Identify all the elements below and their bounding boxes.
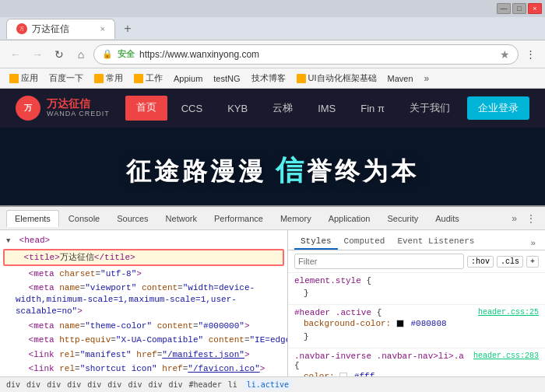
folder-icon <box>94 74 104 83</box>
breadcrumb-item[interactable]: div <box>169 380 183 389</box>
devtools-tab-sources[interactable]: Sources <box>109 211 156 226</box>
attr-name: http-equiv <box>59 335 111 345</box>
back-button[interactable]: ← <box>6 45 25 64</box>
bookmark-common[interactable]: 常用 <box>91 71 126 86</box>
attr-name: charset <box>59 269 95 278</box>
active-tab[interactable]: 万达征信 × <box>6 19 115 39</box>
cls-button[interactable]: .cls <box>497 256 523 268</box>
bookmark-ui-auto[interactable]: UI自动化框架基础 <box>294 71 380 86</box>
dom-line-meta-compat[interactable]: <meta http-equiv="X-UA-Compatible" conte… <box>0 333 287 348</box>
rule-source-link[interactable]: header.css:25 <box>478 308 539 317</box>
dom-line-title[interactable]: <title>万达征信</title> <box>3 249 284 267</box>
computed-tab[interactable]: Computed <box>338 234 392 250</box>
dom-line-head[interactable]: <head> <box>0 233 287 248</box>
folder-icon <box>134 74 143 83</box>
tab-label: 万达征信 <box>32 23 69 36</box>
tag-meta: <meta <box>29 335 54 345</box>
tag-end: > <box>244 321 250 331</box>
extensions-button[interactable]: ⋮ <box>522 46 539 63</box>
close-brace: } <box>304 289 309 298</box>
devtools-tab-elements[interactable]: Elements <box>6 210 59 227</box>
devtools-tab-security[interactable]: Security <box>379 211 426 226</box>
dom-line-link-icon[interactable]: <link rel="shortcut icon" href="/favicon… <box>0 362 287 376</box>
devtools-tab-memory[interactable]: Memory <box>272 211 319 226</box>
color-swatch[interactable] <box>396 320 404 327</box>
close-window-button[interactable]: × <box>528 3 542 14</box>
styles-more-icon[interactable]: » <box>527 237 539 250</box>
bookmark-baidu[interactable]: 百度一下 <box>46 71 86 86</box>
bookmark-appium[interactable]: Appium <box>171 72 206 85</box>
nav-item-ccs[interactable]: CCS <box>171 98 213 119</box>
breadcrumb-header[interactable]: #header <box>189 380 222 389</box>
dom-line-meta-charset[interactable]: <meta charset="utf-8"> <box>0 267 287 282</box>
dom-line-meta-theme[interactable]: <meta name="theme-color" content="#00000… <box>0 319 287 334</box>
attr-href-val[interactable]: "/favicon.ico" <box>188 364 259 373</box>
home-button[interactable]: ⌂ <box>72 45 90 64</box>
breadcrumb-item-active[interactable]: li.active <box>244 380 292 390</box>
add-rule-button[interactable]: + <box>526 256 539 268</box>
devtools-tab-application[interactable]: Application <box>321 211 378 226</box>
bookmark-testng[interactable]: testNG <box>210 72 243 85</box>
nav-item-fin[interactable]: Fin π <box>350 98 396 119</box>
bookmark-maven[interactable]: Maven <box>385 72 417 85</box>
url-text: https://www.wanxinyong.com <box>139 49 495 60</box>
breadcrumb-item[interactable]: div <box>26 380 40 389</box>
devtools-tabs: Elements Console Sources Network Perform… <box>0 207 545 230</box>
nav-item-about[interactable]: 关于我们 <box>399 96 461 120</box>
nav-item-ladder[interactable]: 云梯 <box>262 96 304 120</box>
bookmark-star-button[interactable]: ★ <box>500 48 510 61</box>
lock-icon: 🔒 <box>102 49 113 59</box>
hov-button[interactable]: :hov <box>467 256 494 268</box>
maximize-button[interactable]: □ <box>512 3 526 14</box>
devtools-tab-console[interactable]: Console <box>61 211 107 226</box>
bookmark-apps[interactable]: 应用 <box>6 71 41 86</box>
forward-button[interactable]: → <box>28 45 47 64</box>
styles-panel: Styles Computed Event Listeners » :hov .… <box>288 230 545 376</box>
bookmark-work[interactable]: 工作 <box>131 71 166 86</box>
bookmark-label: 常用 <box>106 72 123 84</box>
nav-item-kyb[interactable]: KYB <box>216 98 258 119</box>
breadcrumb-item[interactable]: div <box>47 380 61 389</box>
reload-button[interactable]: ↻ <box>50 45 69 64</box>
address-bar[interactable]: 🔒 安全 https://www.wanxinyong.com ★ <box>93 44 519 65</box>
rule-source-link[interactable]: header.css:283 <box>473 352 539 360</box>
devtools-more-icon[interactable]: » <box>508 212 520 226</box>
attr-href: href <box>136 350 156 359</box>
tag-text: <head> <box>19 236 51 245</box>
nav-item-home[interactable]: 首页 <box>125 96 167 121</box>
hero-text: 征途路漫漫 信誉终为本 <box>126 152 420 190</box>
bookmarks-more-button[interactable]: » <box>421 72 433 86</box>
login-button[interactable]: 企业登录 <box>467 96 529 120</box>
minimize-button[interactable]: — <box>497 3 511 14</box>
nav-item-ims[interactable]: IMS <box>307 98 346 119</box>
attr-rel-val: "manifest" <box>80 350 132 359</box>
styles-tab[interactable]: Styles <box>294 234 338 250</box>
styles-filter-input[interactable] <box>294 254 464 269</box>
breadcrumb-item[interactable]: div <box>148 380 162 389</box>
logo-icon-text: 万 <box>24 103 32 114</box>
devtools-settings-icon[interactable]: ⋮ <box>523 212 539 226</box>
breadcrumb-item[interactable]: div <box>6 380 20 389</box>
folder-icon <box>9 74 19 83</box>
tab-close-button[interactable]: × <box>100 24 105 33</box>
breadcrumb-item[interactable]: div <box>87 380 101 389</box>
wanda-logo: 万 万达征信 WANDA CREDIT <box>16 96 110 121</box>
devtools-tab-performance[interactable]: Performance <box>206 211 271 226</box>
bookmarks-bar: 应用 百度一下 常用 工作 Appium testNG 技术博客 UI自动化框架… <box>0 68 545 89</box>
devtools-tab-network[interactable]: Network <box>158 211 205 226</box>
new-tab-button[interactable]: + <box>118 19 137 38</box>
dom-line-link-manifest[interactable]: <link rel="manifest" href="/manifest.jso… <box>0 348 287 362</box>
bookmark-techblog[interactable]: 技术博客 <box>248 71 289 86</box>
event-listeners-tab[interactable]: Event Listeners <box>391 234 480 250</box>
rule-close-brace: } <box>294 331 539 345</box>
attr-rel-val: "shortcut icon" <box>80 364 157 373</box>
attr-href-val[interactable]: "/manifest.json" <box>162 350 244 359</box>
breadcrumb-item[interactable]: li <box>228 380 237 389</box>
breadcrumb-item[interactable]: div <box>67 380 81 389</box>
dom-line-meta-viewport[interactable]: <meta name="viewport" content="width=dev… <box>0 282 287 319</box>
toolbar-actions: ⋮ <box>522 46 539 63</box>
attr-content: content <box>209 335 244 345</box>
devtools-tab-audits[interactable]: Audits <box>427 211 467 226</box>
breadcrumb-item[interactable]: div <box>107 380 121 389</box>
breadcrumb-item[interactable]: div <box>128 380 142 389</box>
